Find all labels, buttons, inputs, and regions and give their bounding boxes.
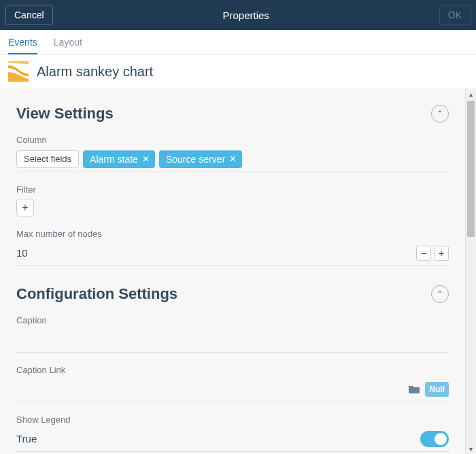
max-nodes-stepper: − + [416,246,449,261]
toggle-knob [435,433,447,445]
view-settings-header: View Settings ⌃ [16,105,449,123]
view-settings-title: View Settings [16,105,114,123]
decrement-button[interactable]: − [416,246,431,261]
filter-field: Filter + [16,184,449,216]
pill-label: Source server [166,154,225,165]
config-settings-collapse-button[interactable]: ⌃ [431,285,449,303]
plus-icon: + [439,248,444,259]
show-legend-field: Show Legend True [16,415,449,452]
close-icon[interactable]: ✕ [229,154,237,164]
cancel-button[interactable]: Cancel [5,5,53,25]
pill-label: Alarm state [90,154,138,165]
chart-title-row: Alarm sankey chart [0,54,476,88]
scroll-up-button[interactable]: ▴ [466,88,476,99]
max-nodes-value[interactable]: 10 [16,247,412,259]
max-nodes-label: Max number of nodes [16,229,449,239]
chevron-up-icon: ⌃ [437,289,443,299]
view-settings-collapse-button[interactable]: ⌃ [431,105,449,123]
scroll-thumb[interactable] [467,101,475,237]
minus-icon: − [421,248,426,259]
caption-link-label: Caption Link [16,365,449,375]
increment-button[interactable]: + [434,246,449,261]
dialog-header: Cancel Properties OK [0,0,476,30]
select-fields-button[interactable]: Select fields [16,150,79,168]
chevron-up-icon: ⌃ [437,109,443,118]
caption-label: Caption [16,315,449,325]
chevron-down-icon: ▾ [469,445,473,453]
config-settings-title: Configuration Settings [16,285,177,303]
chart-title: Alarm sankey chart [37,64,153,80]
chevron-up-icon: ▴ [469,91,473,98]
column-label: Column [16,135,449,145]
config-settings-header: Configuration Settings ⌃ [16,285,449,303]
max-nodes-field: Max number of nodes 10 − + [16,229,449,266]
close-icon[interactable]: ✕ [142,154,150,164]
dialog-title: Properties [222,10,269,21]
tab-layout[interactable]: Layout [54,30,82,54]
show-legend-toggle[interactable] [420,431,449,447]
add-filter-button[interactable]: + [16,199,34,216]
show-legend-label: Show Legend [16,415,449,425]
sankey-chart-icon [8,61,29,82]
plus-icon: + [22,201,28,214]
caption-field: Caption [16,315,449,353]
vertical-scrollbar[interactable]: ▴ ▾ [465,88,476,454]
tab-events[interactable]: Events [8,30,37,54]
tabs: Events Layout [0,30,476,54]
show-legend-value: True [16,433,416,444]
null-badge[interactable]: Null [425,382,449,397]
properties-scroll-area: View Settings ⌃ Column Select fields Ala… [0,88,465,454]
caption-link-field: Caption Link Null [16,365,449,402]
folder-icon[interactable] [409,385,420,394]
filter-label: Filter [16,184,449,195]
pill-source-server[interactable]: Source server ✕ [159,150,242,168]
pill-alarm-state[interactable]: Alarm state ✕ [83,150,155,168]
scroll-down-button[interactable]: ▾ [466,443,476,454]
column-field: Column Select fields Alarm state ✕ Sourc… [16,135,449,172]
ok-button[interactable]: OK [439,5,471,25]
